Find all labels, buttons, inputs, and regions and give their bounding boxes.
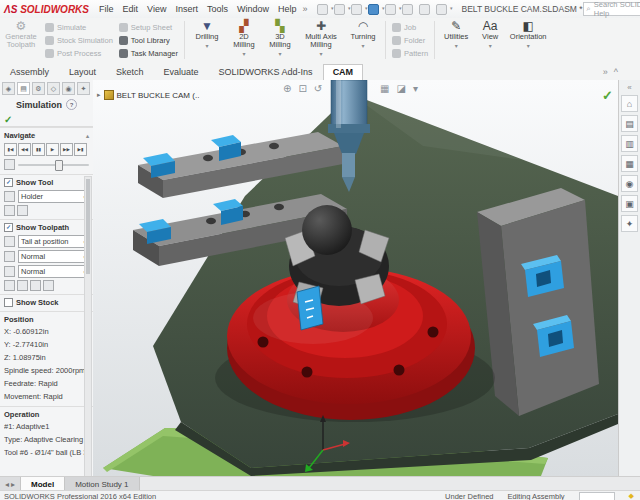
panel-scrollbar-thumb[interactable]: [86, 179, 90, 274]
menu-file[interactable]: File: [99, 4, 114, 14]
navigate-header[interactable]: Navigate ▴: [4, 130, 89, 141]
job-button[interactable]: Job: [392, 21, 428, 33]
play-button[interactable]: ▶: [46, 143, 59, 156]
turning-flyout-icon[interactable]: ▾: [361, 42, 364, 50]
stock-simulation-button[interactable]: Stock Simulation: [45, 34, 113, 46]
stock-display-dropdown[interactable]: Normal ▾: [18, 250, 89, 263]
multi-axis-milling-button[interactable]: ✚ Multi Axis Milling ▾: [298, 18, 344, 62]
new-document-button[interactable]: ▾: [317, 4, 328, 15]
panel-help-icon[interactable]: ?: [66, 99, 77, 110]
view-button[interactable]: Aa View ▾: [474, 18, 506, 62]
slider-thumb[interactable]: [55, 160, 63, 171]
file-explorer-icon[interactable]: ▥: [621, 135, 638, 152]
operation-tool[interactable]: Tool #6 - Ø1/4" ball (LB 3RDSMM.): [4, 446, 89, 459]
toolpath-option-icon-3[interactable]: [30, 280, 41, 291]
drilling-button[interactable]: ▼ Drilling ▾: [188, 18, 226, 62]
tab-assembly[interactable]: Assembly: [0, 64, 59, 80]
part-display-dropdown[interactable]: Normal ▾: [18, 265, 89, 278]
propertymanager-tab-icon[interactable]: ▤: [17, 82, 30, 95]
tab-scroll-left-icon[interactable]: ◂: [5, 480, 9, 489]
folder-button[interactable]: Folder: [392, 34, 428, 46]
tree-root-label[interactable]: BELT BUCKLE CAM (..: [117, 91, 200, 100]
3d-milling-flyout-icon[interactable]: ▾: [278, 50, 281, 58]
display-style-icon[interactable]: ▦: [380, 83, 389, 94]
cam-tree-tab-icon[interactable]: ✦: [77, 82, 90, 95]
utilities-button[interactable]: ✎ Utilities ▾: [438, 18, 474, 62]
scale-combo[interactable]: [579, 492, 615, 500]
cam-ball[interactable]: [302, 205, 352, 255]
2d-milling-flyout-icon[interactable]: ▾: [242, 50, 245, 58]
3d-milling-button[interactable]: ▚ 3D Milling ▾: [262, 18, 298, 62]
show-stock-checkbox[interactable]: [4, 298, 13, 307]
step-back-button[interactable]: ◀◀: [18, 143, 31, 156]
resources-icon[interactable]: ⌂: [621, 95, 638, 112]
show-toolpath-header[interactable]: ✓ Show Toolpath ▴: [4, 222, 89, 233]
pause-button[interactable]: ▮▮: [32, 143, 45, 156]
pin-icon[interactable]: »: [603, 67, 608, 77]
save-button[interactable]: ▾: [351, 4, 362, 15]
forum-icon[interactable]: ✦: [621, 215, 638, 232]
go-to-end-button[interactable]: ▶▮: [74, 143, 87, 156]
confirmation-check-icon[interactable]: ✓: [602, 88, 613, 103]
tab-evaluate[interactable]: Evaluate: [154, 64, 209, 80]
holder-dropdown[interactable]: Holder ▾: [18, 190, 89, 203]
menu-tools[interactable]: Tools: [207, 4, 228, 14]
step-forward-button[interactable]: ▶▶: [60, 143, 73, 156]
zoom-area-icon[interactable]: ⊡: [298, 83, 306, 94]
navigate-collapse-icon[interactable]: ▴: [86, 132, 89, 139]
tool-option-icon-2[interactable]: [17, 205, 28, 216]
view-palette-icon[interactable]: ▦: [621, 155, 638, 172]
tab-cam[interactable]: CAM: [323, 64, 364, 80]
orientation-flyout-icon[interactable]: ▾: [527, 42, 530, 50]
multi-axis-flyout-icon[interactable]: ▾: [319, 50, 322, 58]
panel-scrollbar[interactable]: [84, 176, 92, 476]
show-tool-checkbox[interactable]: ✓: [4, 178, 13, 187]
2d-milling-button[interactable]: ▞ 2D Milling ▾: [226, 18, 262, 62]
setup-sheet-button[interactable]: Setup Sheet: [119, 21, 178, 33]
tree-expand-icon[interactable]: ▸: [97, 91, 101, 99]
menu-help[interactable]: Help: [278, 4, 297, 14]
featuremanager-tab-icon[interactable]: ◈: [2, 82, 15, 95]
toolpath-option-icon-4[interactable]: [43, 280, 54, 291]
show-toolpath-checkbox[interactable]: ✓: [4, 223, 13, 232]
toolpath-mode-dropdown[interactable]: Tail at position ▾: [18, 235, 89, 248]
view-settings-caret-icon[interactable]: ▾: [413, 83, 418, 94]
tab-sketch[interactable]: Sketch: [106, 64, 154, 80]
operation-header[interactable]: Operation ▴: [4, 409, 89, 420]
menu-insert[interactable]: Insert: [175, 4, 198, 14]
tab-scroll-controls[interactable]: ◂ ▸: [0, 477, 21, 491]
redo-button[interactable]: [402, 4, 413, 15]
undo-button[interactable]: ▾: [385, 4, 396, 15]
go-to-start-button[interactable]: ▮◀: [4, 143, 17, 156]
menu-edit[interactable]: Edit: [123, 4, 139, 14]
position-header[interactable]: Position ▴: [4, 314, 89, 325]
zoom-fit-icon[interactable]: ⊕: [283, 83, 291, 94]
options-button[interactable]: ▾: [436, 4, 447, 15]
open-button[interactable]: ▾: [334, 4, 345, 15]
tool-library-button[interactable]: Tool Library: [119, 34, 178, 46]
pattern-button[interactable]: Pattern: [392, 47, 428, 59]
scene-canvas[interactable]: [93, 80, 618, 476]
show-tool-header[interactable]: ✓ Show Tool ▴: [4, 177, 89, 188]
task-pane-collapse-icon[interactable]: «: [627, 83, 631, 92]
appearances-icon[interactable]: ◉: [621, 175, 638, 192]
drilling-flyout-icon[interactable]: ▾: [205, 42, 208, 50]
tab-layout[interactable]: Layout: [59, 64, 106, 80]
simulate-button[interactable]: Simulate: [45, 21, 113, 33]
show-stock-header[interactable]: Show Stock ▾: [4, 297, 89, 308]
generate-toolpath-button[interactable]: ⚙ Generate Toolpath: [0, 18, 42, 62]
tab-motion-study-1[interactable]: Motion Study 1: [65, 477, 139, 491]
toolpath-option-icon-2[interactable]: [17, 280, 28, 291]
utilities-flyout-icon[interactable]: ▾: [455, 42, 458, 50]
appearance-icon[interactable]: ◪: [396, 83, 405, 94]
post-process-button[interactable]: Post Process: [45, 47, 113, 59]
design-library-icon[interactable]: ▤: [621, 115, 638, 132]
tab-scroll-right-icon[interactable]: ▸: [11, 480, 15, 489]
collapse-ribbon-icon[interactable]: ^: [614, 67, 618, 77]
ok-check-icon[interactable]: ✓: [4, 114, 12, 125]
tab-model[interactable]: Model: [21, 477, 65, 491]
previous-view-icon[interactable]: ↺: [314, 83, 322, 94]
display-manager-tab-icon[interactable]: ◉: [62, 82, 75, 95]
task-manager-button[interactable]: Task Manager: [119, 47, 178, 59]
orientation-button[interactable]: ◧ Orientation ▾: [506, 18, 550, 62]
